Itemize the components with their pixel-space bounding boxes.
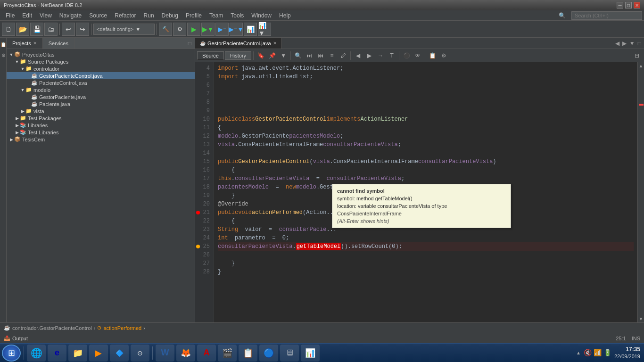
panel-maximize-button[interactable]: □ [187, 40, 193, 47]
tree-item-test-libraries[interactable]: ▶ 📚 Test Libraries [7, 129, 195, 136]
window-controls[interactable]: ─ □ ✕ [617, 2, 640, 8]
left-tab-files[interactable]: 📋 [0, 40, 6, 49]
macro-button[interactable]: ⚙ [438, 50, 449, 61]
search-input[interactable] [571, 11, 642, 20]
tree-item-gestorpaciente[interactable]: ☕ GestorPaciente.java [7, 93, 195, 100]
profile-button[interactable]: 📊 [244, 23, 257, 36]
run-button[interactable]: ▶ [187, 23, 200, 36]
toggle-bookmark-button[interactable]: 🔖 [256, 50, 266, 61]
scroll-down-button[interactable]: ▼ [638, 315, 644, 322]
find-button[interactable]: 🔍 [293, 50, 303, 61]
tree-item-controlador[interactable]: ▼ 📁 controlador [7, 65, 195, 72]
config-dropdown[interactable]: <default config> ▼ [93, 24, 155, 35]
redo-button[interactable]: ↪ [76, 23, 89, 36]
undo-button[interactable]: ↩ [62, 23, 75, 36]
output-tab[interactable]: 📤 Output [4, 335, 28, 341]
find-prev-button[interactable]: ⏮ [315, 50, 326, 61]
taskbar-firefox[interactable]: 🦊 [176, 345, 195, 362]
tab-projects[interactable]: Projects ✕ [7, 38, 43, 49]
highlight-button[interactable]: 🖊 [338, 50, 348, 61]
taskbar-app1[interactable]: 🔷 [110, 345, 129, 362]
menu-debug[interactable]: Debug [158, 11, 182, 20]
source-tab-button[interactable]: Source [197, 51, 224, 60]
save-all-button[interactable]: 🗂 [44, 23, 58, 36]
profile-dropdown-button[interactable]: 📊▼ [258, 23, 271, 36]
taskbar-clock[interactable]: 17:35 22/09/2019 [614, 346, 640, 360]
open-project-button[interactable]: 📂 [16, 23, 29, 36]
clean-build-button[interactable]: ⚙ [173, 23, 186, 36]
menu-profile[interactable]: Profile [182, 11, 206, 20]
annotation-dropdown-button[interactable]: ▼ [278, 50, 289, 61]
tabs-dropdown-button[interactable]: ▼ [628, 40, 636, 47]
menu-help[interactable]: Help [275, 11, 295, 20]
tree-item-paciente[interactable]: ☕ Paciente.java [7, 100, 195, 107]
close-button[interactable]: ✕ [634, 2, 640, 8]
taskbar-word[interactable]: W [156, 345, 174, 362]
menu-file[interactable]: File [2, 11, 18, 20]
new-watch-button[interactable]: 👁 [413, 50, 423, 61]
tray-battery-icon[interactable]: 🔋 [603, 349, 611, 356]
debug-dropdown-button[interactable]: ▶⁻▼ [230, 23, 243, 36]
tree-item-modelo[interactable]: ▼ 📁 modelo [7, 86, 195, 93]
scroll-tabs-right-button[interactable]: ▶ [621, 40, 627, 47]
taskbar-video[interactable]: 🎬 [218, 345, 237, 362]
save-button[interactable]: 💾 [30, 23, 43, 36]
menu-edit[interactable]: Edit [18, 11, 36, 20]
taskbar-pdf[interactable]: A [197, 345, 216, 362]
debug-button[interactable]: ▶⁻ [215, 23, 229, 36]
menu-view[interactable]: View [36, 11, 56, 20]
menu-team[interactable]: Team [206, 11, 227, 20]
menu-navigate[interactable]: Navigate [56, 11, 85, 20]
taskbar-ie[interactable]: e [48, 345, 66, 362]
tab-projects-close[interactable]: ✕ [33, 41, 37, 46]
history-tab-button[interactable]: History [225, 51, 251, 60]
scroll-up-button[interactable]: ▲ [638, 62, 644, 69]
find-next-button[interactable]: ⏭ [304, 50, 314, 61]
taskbar-server[interactable]: 🖥 [280, 345, 299, 362]
maximize-button[interactable]: □ [625, 2, 632, 8]
tree-item-vista[interactable]: ▶ 📁 vista [7, 107, 195, 115]
tasks-button[interactable]: 📋 [427, 50, 438, 61]
tree-item-proyectocitas[interactable]: ▼ 📦 ProyectoCitas [7, 51, 195, 58]
tray-sound-icon[interactable]: 🔇 [584, 349, 592, 356]
run-clean-build-button[interactable]: 🔨 [159, 23, 172, 36]
taskbar-explorer[interactable]: 📁 [68, 345, 87, 362]
split-editor-button[interactable]: ⊟ [632, 50, 642, 61]
taskbar-form[interactable]: 📋 [239, 345, 257, 362]
menu-source[interactable]: Source [85, 11, 111, 20]
menu-run[interactable]: Run [140, 11, 158, 20]
left-tab-services[interactable]: ⚙ [0, 51, 6, 60]
tree-item-source-packages[interactable]: ▼ 📁 Source Packages [7, 58, 195, 65]
annotation-button[interactable]: 📌 [267, 50, 277, 61]
minimize-button[interactable]: ─ [617, 2, 623, 8]
menu-refactor[interactable]: Refactor [111, 11, 140, 20]
tree-item-libraries[interactable]: ▶ 📚 Libraries [7, 122, 195, 129]
taskbar-blue[interactable]: 🔵 [259, 345, 278, 362]
tab-services[interactable]: Services [43, 38, 74, 49]
taskbar-app2[interactable]: ⊙ [131, 345, 149, 362]
tree-item-pacientecontrol[interactable]: ☕ PacienteControl.java [7, 79, 195, 86]
taskbar-monitor[interactable]: 📊 [301, 345, 320, 362]
run-dropdown-button[interactable]: ▶▼ [201, 23, 215, 36]
taskbar-media[interactable]: ▶ [89, 345, 108, 362]
editor-scrollbar[interactable]: ▲ ▼ [637, 62, 644, 322]
tab-close-button[interactable]: ✕ [273, 41, 277, 46]
tree-item-tesiscem[interactable]: ▶ 📦 TesisCem [7, 136, 195, 143]
new-project-button[interactable]: 🗋 [2, 23, 15, 36]
taskbar-chrome[interactable]: 🌐 [27, 345, 46, 362]
goto-declaration-button[interactable]: → [375, 50, 386, 61]
scroll-tabs-left-button[interactable]: ◀ [614, 40, 620, 47]
menu-window[interactable]: Window [248, 11, 275, 20]
toggle-breakpoint-button[interactable]: ⚫ [401, 50, 412, 61]
back-button[interactable]: ◀ [353, 50, 363, 61]
windows-start-button[interactable]: ⊞ [2, 345, 21, 362]
maximize-editor-button[interactable]: □ [637, 40, 642, 47]
goto-type-button[interactable]: T [387, 50, 397, 61]
tree-item-test-packages[interactable]: ▶ 📁 Test Packages [7, 115, 195, 122]
menu-tools[interactable]: Tools [227, 11, 248, 20]
editor-tab-gestorpacientecontrol[interactable]: ☕ GestorPacienteControl.java ✕ [195, 38, 282, 49]
forward-button[interactable]: ▶ [364, 50, 374, 61]
tray-expand-button[interactable]: ▲ [576, 350, 581, 355]
toggle-match-button[interactable]: ≡ [327, 50, 337, 61]
tray-network-icon[interactable]: 📶 [594, 349, 602, 356]
